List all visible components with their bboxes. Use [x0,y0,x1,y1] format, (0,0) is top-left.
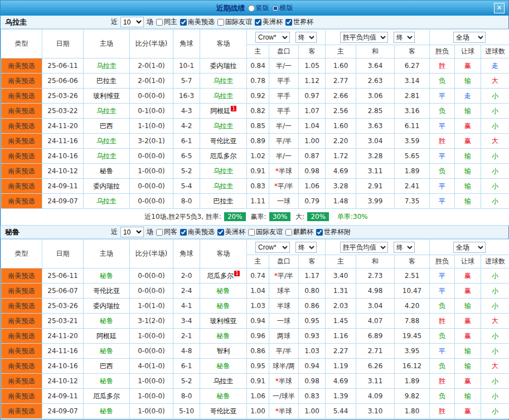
filter-option-南美预选[interactable]: 南美预选 [180,227,215,237]
filter-option-同主[interactable]: 同主 [156,17,177,27]
filter-option-同客[interactable]: 同客 [156,227,177,237]
team-section: 乌拉圭近10场同主南美预选国际友谊美洲杯世界杯类型日期主场比分(半场)角球客场C… [1,16,508,226]
asia-home-odds-cell: 0.84 [247,58,269,74]
handicap-result-cell: 走 [455,89,481,104]
checkbox-icon[interactable] [180,229,187,236]
euro-away-odds-cell: 6.11 [395,119,430,134]
euro-source-select[interactable]: 胜平负均值 [340,242,388,253]
asia-home-odds-cell: 1.04 [247,284,269,299]
checkbox-icon[interactable] [180,19,187,26]
filter-option-国际友谊[interactable]: 国际友谊 [217,17,252,27]
corner-cell: 3-4 [173,314,200,329]
euro-away-odds-cell: 1.89 [395,374,430,389]
sections-container: 乌拉圭近10场同主南美预选国际友谊美洲杯世界杯类型日期主场比分(半场)角球客场C… [1,16,508,419]
odds-source-select[interactable]: Crow* [255,242,290,253]
asia-home-odds-cell: 1.03 [247,299,269,314]
checkbox-icon[interactable] [285,229,292,236]
column-header: 盘口 [269,45,299,58]
goals-result-cell: 小 [481,329,509,344]
filter-option-世界杯[interactable]: 世界杯 [285,17,313,27]
result-cell: 平 [430,89,455,104]
euro-home-odds-cell: 1.16 [326,329,356,344]
checkbox-icon[interactable] [156,229,163,236]
filter-option-label: 国际友谊 [225,17,252,27]
away-team-cell: 秘鲁 [200,329,247,344]
star-mark: * [275,377,279,385]
filter-option-世界杯附[interactable]: 世界杯附 [316,227,351,237]
near-label: 近 [111,227,118,237]
checkbox-icon[interactable] [248,229,255,236]
filter-option-美洲杯[interactable]: 美洲杯 [217,227,245,237]
score-cell: 2-0(1-0) [130,58,173,74]
handicap-cell: 平/半 [269,134,299,149]
home-team-cell: 乌拉圭 [84,194,130,209]
column-header: 主 [247,45,269,58]
match-type-cell: 南美预选 [1,374,42,389]
handicap-cell: 平手 [269,104,299,119]
odds-time-select[interactable]: 终 [295,32,317,43]
horizontal-radio-icon[interactable] [272,5,279,12]
home-team-cell: 厄瓜多尔 [84,389,130,404]
layout-option-horizontal[interactable]: 横版 [272,3,293,13]
result-cell: 胜 [430,404,455,419]
layout-option-vertical[interactable]: 竖版 [248,3,269,13]
euro-time-select[interactable]: 终 [394,32,415,43]
handicap-result-cell: 输 [455,299,481,314]
team-text: 秘鲁 [217,332,230,340]
goals-result-cell: 大 [481,74,509,89]
filter-option-美洲杯[interactable]: 美洲杯 [255,17,283,27]
goals-result-cell: 小 [481,149,509,164]
home-team-cell: 巴西 [84,119,130,134]
euro-home-odds-cell: 5.44 [326,404,356,419]
games-label: 场 [147,227,153,237]
asia-away-odds-cell: 1.07 [299,104,326,119]
handicap-cell: 平手 [269,89,299,104]
filter-option-国际友谊[interactable]: 国际友谊 [248,227,283,237]
checkbox-icon[interactable] [217,229,224,236]
filter-option-麒麟杯[interactable]: 麒麟杯 [285,227,313,237]
match-row: 南美预选24-09-07秘鲁1-0(0-0)5-10哥伦比亚1.00*半球1.0… [1,404,509,419]
column-header: 主 [247,255,269,268]
scope-select[interactable]: 全场 [453,32,486,43]
score-cell: 1-0(0-0) [130,404,173,419]
score-cell: 1-1(0-0) [130,119,173,134]
asia-home-odds-cell: 1.06 [247,389,269,404]
team-text: 秘鲁 [100,347,113,355]
euro-away-odds-cell: 1.80 [395,404,430,419]
asia-home-odds-cell: 0.96 [247,329,269,344]
odds-time-select[interactable]: 终 [295,242,317,253]
asia-home-odds-cell: 0.92 [247,89,269,104]
score-cell: 0-0(0-0) [130,344,173,359]
goals-result-cell: 小 [481,194,509,209]
asia-home-odds-cell: 0.74 [247,268,269,284]
team-text: 秘鲁 [100,272,113,280]
home-team-cell: 秘鲁 [84,374,130,389]
checkbox-icon[interactable] [217,19,224,26]
handicap-result-cell: 输 [455,74,481,89]
asia-away-odds-cell: 1.04 [299,119,326,134]
match-type-cell: 南美预选 [1,58,42,74]
euro-time-select[interactable]: 终 [394,242,415,253]
goals-result-cell: 小 [481,164,509,179]
checkbox-icon[interactable] [316,229,323,236]
vertical-radio-label: 竖版 [256,3,269,13]
checkbox-icon[interactable] [255,19,261,26]
corner-cell: 4-3 [173,104,200,119]
asia-away-odds-cell: 0.79 [299,194,326,209]
odds-source-select[interactable]: Crow* [255,32,290,43]
asia-away-odds-cell: 0.98 [299,374,326,389]
match-type-cell: 南美预选 [1,134,42,149]
euro-source-select[interactable]: 胜平负均值 [340,32,388,43]
euro-draw-odds-cell: 3.28 [356,149,395,164]
team-text: 厄瓜多尔 [93,392,120,400]
vertical-radio-icon[interactable] [248,5,255,12]
away-team-cell: 阿根廷1 [200,104,247,119]
scope-select[interactable]: 全场 [453,242,486,253]
filter-option-南美预选[interactable]: 南美预选 [180,17,215,27]
match-count-select[interactable]: 10 [120,17,144,27]
checkbox-icon[interactable] [285,19,292,26]
checkbox-icon[interactable] [156,19,163,26]
match-count-select[interactable]: 10 [120,227,144,237]
filter-option-label: 世界杯附 [324,227,351,237]
close-icon[interactable]: ✕ [494,3,505,13]
